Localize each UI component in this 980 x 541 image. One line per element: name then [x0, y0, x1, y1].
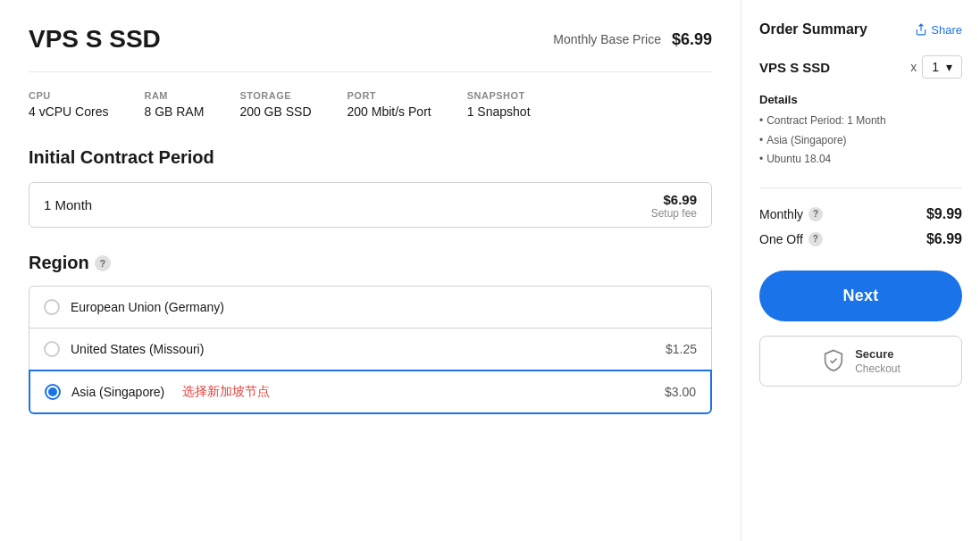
contract-select-wrapper[interactable]: 1 Month 3 Months 6 Months 12 Months $6.9… [29, 182, 712, 228]
secure-checkout-text: Secure Checkout [855, 347, 900, 375]
share-link[interactable]: Share [915, 23, 962, 37]
region-title: Region [29, 253, 89, 273]
spec-storage-label: STORAGE [239, 90, 311, 101]
region-section: Region ? European Union (Germany) United… [29, 253, 712, 413]
region-price-singapore: $3.00 [665, 385, 696, 399]
monthly-price-block: Monthly Base Price $6.99 [553, 30, 712, 49]
spec-snapshot: SNAPSHOT 1 Snapshot [467, 90, 531, 119]
monthly-base-price-label: Monthly Base Price [553, 32, 661, 46]
contract-period-title: Initial Contract Period [29, 147, 712, 168]
pricing-oneoff-label: One Off ? [759, 232, 823, 246]
quantity-box[interactable]: 1 ▾ [922, 55, 962, 79]
region-help-icon[interactable]: ? [95, 255, 111, 271]
spec-storage-value: 200 GB SSD [239, 104, 311, 119]
region-option-germany[interactable]: European Union (Germany) [29, 286, 712, 329]
region-option-singapore[interactable]: Asia (Singapore) 选择新加坡节点 $3.00 [29, 370, 712, 414]
quantity-x: x [910, 60, 917, 74]
spec-port-value: 200 Mbit/s Port [348, 104, 431, 119]
spec-ram-value: 8 GB RAM [144, 104, 204, 119]
quantity-selector: x 1 ▾ [910, 55, 962, 79]
region-name-singapore: Asia (Singapore) [71, 385, 164, 399]
spec-port: PORT 200 Mbit/s Port [348, 90, 431, 119]
monthly-base-price-value: $6.99 [672, 30, 712, 49]
region-option-missouri[interactable]: United States (Missouri) $1.25 [29, 328, 712, 370]
region-header: Region ? [29, 253, 712, 273]
sidebar-product-name: VPS S SSD [759, 60, 830, 75]
pricing-monthly-row: Monthly ? $9.99 [759, 206, 962, 222]
order-sidebar: Order Summary Share VPS S SSD x 1 ▾ Deta… [741, 0, 980, 541]
spec-port-label: PORT [348, 90, 431, 101]
page-header: VPS S SSD Monthly Base Price $6.99 [29, 25, 712, 72]
order-summary-header: Order Summary Share [759, 21, 962, 37]
spec-ram-label: RAM [144, 90, 204, 101]
spec-ram: RAM 8 GB RAM [144, 90, 204, 119]
spec-cpu-label: CPU [29, 90, 108, 101]
secure-label: Secure [855, 347, 900, 362]
region-option-germany-left: European Union (Germany) [44, 299, 224, 315]
specs-row: CPU 4 vCPU Cores RAM 8 GB RAM STORAGE 20… [29, 90, 712, 119]
spec-snapshot-label: SNAPSHOT [467, 90, 531, 101]
pricing-monthly-value: $9.99 [926, 206, 962, 222]
product-row: VPS S SSD x 1 ▾ [759, 55, 962, 79]
main-content: VPS S SSD Monthly Base Price $6.99 CPU 4… [0, 0, 741, 541]
order-summary-title: Order Summary [759, 21, 867, 37]
region-price-missouri: $1.25 [666, 342, 697, 356]
pricing-oneoff-value: $6.99 [926, 231, 962, 247]
secure-checkout-badge: Secure Checkout [759, 336, 962, 387]
radio-inner-singapore [48, 387, 57, 396]
contract-period-section: Initial Contract Period 1 Month 3 Months… [29, 147, 712, 228]
region-option-singapore-left: Asia (Singapore) 选择新加坡节点 [45, 384, 270, 400]
details-item-3: • Ubuntu 18.04 [759, 150, 962, 170]
region-radio-missouri[interactable] [44, 341, 60, 357]
details-item-1: • Contract Period: 1 Month [759, 112, 962, 131]
details-section: Details • Contract Period: 1 Month • Asi… [759, 93, 962, 188]
page-title: VPS S SSD [29, 25, 161, 54]
spec-storage: STORAGE 200 GB SSD [239, 90, 311, 119]
region-radio-germany[interactable] [44, 299, 60, 315]
region-name-missouri: United States (Missouri) [71, 342, 204, 356]
details-item-2: • Asia (Singapore) [759, 131, 962, 151]
oneoff-help-icon[interactable]: ? [808, 232, 823, 246]
quantity-dropdown-arrow: ▾ [946, 60, 952, 74]
next-button[interactable]: Next [759, 270, 962, 321]
region-options: European Union (Germany) United States (… [29, 286, 712, 413]
region-radio-singapore[interactable] [45, 384, 61, 400]
region-name-germany: European Union (Germany) [71, 300, 224, 314]
contract-period-select[interactable]: 1 Month 3 Months 6 Months 12 Months [29, 183, 711, 227]
spec-cpu: CPU 4 vCPU Cores [29, 90, 108, 119]
spec-cpu-value: 4 vCPU Cores [29, 104, 108, 119]
pricing-monthly-label: Monthly ? [759, 207, 823, 221]
monthly-help-icon[interactable]: ? [808, 207, 823, 221]
region-option-missouri-left: United States (Missouri) [44, 341, 204, 357]
checkout-label: Checkout [855, 362, 900, 375]
pricing-oneoff-row: One Off ? $6.99 [759, 231, 962, 247]
quantity-value: 1 [932, 60, 939, 74]
spec-snapshot-value: 1 Snapshot [467, 104, 531, 119]
details-label: Details [759, 93, 962, 106]
shield-check-icon [821, 348, 846, 373]
share-icon [915, 23, 927, 36]
share-label: Share [931, 23, 962, 37]
singapore-node-link[interactable]: 选择新加坡节点 [182, 384, 270, 400]
